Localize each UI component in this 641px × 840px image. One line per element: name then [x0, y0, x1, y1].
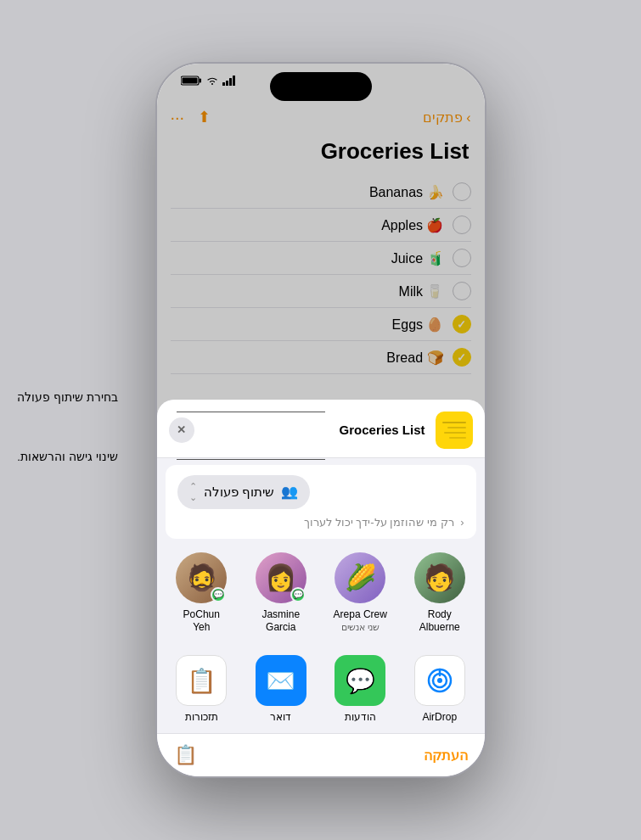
- person-name: JasmineGarcia: [261, 608, 300, 635]
- sheet-note-title: Groceries List: [340, 423, 425, 437]
- app-item-reminders[interactable]: 📋 תזכורות: [167, 655, 235, 723]
- people-section: 🧔 💬 PoChunYeh 👩 💬 JasmineGarcia: [157, 542, 485, 641]
- annotation-access: שינוי גישה והרשאות.: [17, 450, 118, 463]
- messages-icon: 💬: [335, 655, 385, 706]
- apps-section: 📋 תזכורות ✉️ דואר 💬: [157, 647, 485, 730]
- app-name: דואר: [270, 711, 291, 723]
- app-name: הודעות: [345, 711, 376, 723]
- bottom-action-bar: 📋 העתקה: [157, 733, 485, 776]
- svg-point-9: [437, 678, 442, 683]
- avatar-pochun: 🧔 💬: [176, 552, 227, 603]
- note-icon: [436, 412, 473, 449]
- app-item-messages[interactable]: 💬 הודעות: [326, 655, 394, 723]
- person-item-rody[interactable]: 🧑 RodyAlbuerne: [406, 552, 474, 635]
- person-name: RodyAlbuerne: [419, 608, 460, 635]
- person-item-arepa[interactable]: 🌽 Arepa Crewשני אנשים: [326, 552, 394, 635]
- message-badge: 💬: [290, 587, 306, 602]
- access-arrow-icon: ‹: [460, 516, 464, 529]
- people-icon: 👥: [281, 484, 298, 500]
- collab-label: שיתוף פעולה: [204, 484, 274, 500]
- annotation-collab: בחירת שיתוף פעולה: [17, 390, 118, 404]
- app-item-airdrop[interactable]: AirDrop: [406, 655, 474, 723]
- message-badge: 💬: [211, 587, 226, 602]
- duplicate-button[interactable]: העתקה: [424, 748, 468, 764]
- person-item-pochun[interactable]: 🧔 💬 PoChunYeh: [167, 552, 235, 635]
- avatar-arepa: 🌽: [335, 552, 385, 603]
- sheet-header: Groceries List ✕: [157, 400, 485, 458]
- avatar-rody: 🧑: [414, 552, 465, 603]
- phone-frame: 9:41 ··· ⬆ › פתקים Groceries List Ban: [155, 62, 486, 778]
- app-name: AirDrop: [422, 711, 457, 723]
- app-name: תזכורות: [185, 711, 218, 723]
- collab-section: 👥 שיתוף פעולה ⌃⌄ ‹ רק מי שהוזמן על-ידך י…: [166, 465, 476, 539]
- app-item-mail[interactable]: ✉️ דואר: [247, 655, 315, 723]
- reminders-icon: 📋: [176, 655, 227, 706]
- copy-button[interactable]: 📋: [174, 744, 197, 766]
- collab-button[interactable]: 👥 שיתוף פעולה ⌃⌄: [177, 475, 310, 509]
- person-name: Arepa Crewשני אנשים: [334, 608, 387, 635]
- avatar-jasmine: 👩 💬: [256, 552, 306, 603]
- airdrop-icon: [414, 655, 465, 706]
- person-item-jasmine[interactable]: 👩 💬 JasmineGarcia: [247, 552, 315, 635]
- person-name: PoChunYeh: [183, 608, 220, 635]
- sheet-title-area: Groceries List: [340, 412, 473, 449]
- mail-icon: ✉️: [256, 655, 306, 706]
- close-button[interactable]: ✕: [169, 417, 194, 443]
- chevron-up-down-icon: ⌃⌄: [189, 481, 197, 503]
- share-sheet: Groceries List ✕ 👥 שיתוף פעולה ⌃⌄ ‹ רק מ…: [157, 400, 485, 776]
- access-text: ‹ רק מי שהוזמן על-ידך יכול לערוך: [177, 516, 464, 529]
- copy-icon: 📋: [174, 744, 197, 766]
